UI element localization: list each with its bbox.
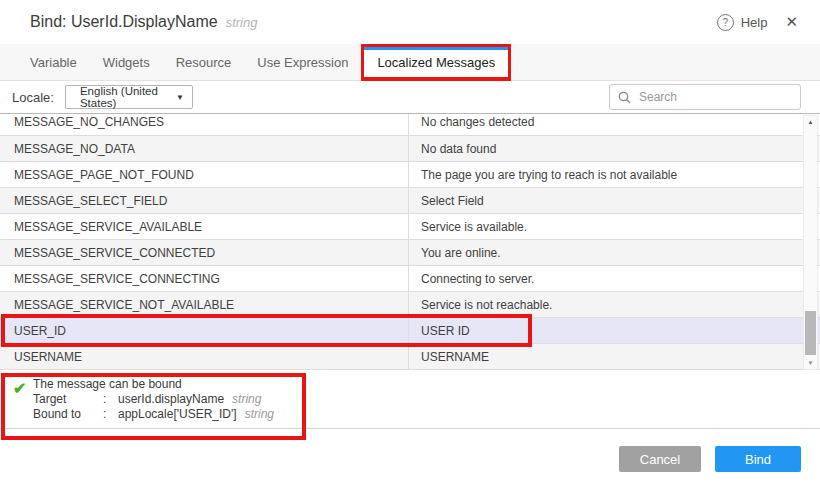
message-key-cell: MESSAGE_SELECT_FIELD xyxy=(0,188,409,213)
binding-info-panel: ✔ The message can be bound Target : user… xyxy=(0,370,820,428)
message-value-cell: No changes detected xyxy=(409,114,820,135)
locale-label: Locale: xyxy=(12,90,54,105)
message-value-cell: Select Field xyxy=(409,188,820,213)
table-row[interactable]: MESSAGE_NO_CHANGES No changes detected xyxy=(0,114,820,136)
message-value-cell: No data found xyxy=(409,136,820,161)
search-box[interactable] xyxy=(609,84,801,110)
chevron-down-icon: ▼ xyxy=(176,93,184,102)
message-value-cell: Service is not reachable. xyxy=(409,292,820,317)
scroll-up-icon[interactable]: ▲ xyxy=(804,119,817,125)
check-icon: ✔ xyxy=(13,379,26,398)
message-value-cell: Connecting to server. xyxy=(409,266,820,291)
table-row[interactable]: USERNAME USERNAME xyxy=(0,344,820,370)
message-key-cell: MESSAGE_SERVICE_NOT_AVAILABLE xyxy=(0,292,409,317)
message-key-cell: MESSAGE_NO_CHANGES xyxy=(0,114,409,135)
message-key-cell: USER_ID xyxy=(0,318,409,343)
close-icon[interactable]: ✕ xyxy=(781,11,802,33)
binding-separator: : xyxy=(103,392,118,407)
message-key-cell: USERNAME xyxy=(0,344,409,369)
tab-widgets[interactable]: Widgets xyxy=(90,44,163,80)
search-input[interactable] xyxy=(637,89,792,105)
tab-resource[interactable]: Resource xyxy=(163,44,245,80)
message-key-cell: MESSAGE_SERVICE_AVAILABLE xyxy=(0,214,409,239)
message-key-cell: MESSAGE_PAGE_NOT_FOUND xyxy=(0,162,409,187)
tab-localized-messages[interactable]: Localized Messages xyxy=(361,44,511,81)
help-icon[interactable]: ? xyxy=(717,14,734,31)
message-key-cell: MESSAGE_SERVICE_CONNECTED xyxy=(0,240,409,265)
table-row[interactable]: MESSAGE_SERVICE_AVAILABLE Service is ava… xyxy=(0,214,820,240)
binding-bound-value: appLocale['USER_ID']string xyxy=(118,407,274,422)
message-value-cell: The page you are trying to reach is not … xyxy=(409,162,820,187)
table-row[interactable]: MESSAGE_SERVICE_NOT_AVAILABLE Service is… xyxy=(0,292,820,318)
binding-bound-type: string xyxy=(245,407,274,421)
dialog-footer: Cancel Bind xyxy=(0,429,820,489)
table-row[interactable]: MESSAGE_NO_DATA No data found xyxy=(0,136,820,162)
table-row[interactable]: MESSAGE_PAGE_NOT_FOUND The page you are … xyxy=(0,162,820,188)
message-key-cell: MESSAGE_SERVICE_CONNECTING xyxy=(0,266,409,291)
table-row[interactable]: MESSAGE_SERVICE_CONNECTED You are online… xyxy=(0,240,820,266)
locale-dropdown[interactable]: English (United States) ▼ xyxy=(65,85,193,109)
bind-button[interactable]: Bind xyxy=(715,446,801,472)
toolbar: Locale: English (United States) ▼ xyxy=(0,81,820,113)
table-scrollbar[interactable]: ▲ ▼ xyxy=(803,115,818,370)
binding-separator: : xyxy=(103,407,118,422)
message-value-cell: Service is available. xyxy=(409,214,820,239)
binding-bound-label: Bound to xyxy=(33,407,103,422)
locale-selected-value: English (United States) xyxy=(80,85,176,109)
scrollbar-thumb[interactable] xyxy=(805,311,816,355)
binding-status-text: The message can be bound xyxy=(33,377,274,392)
dialog-header: Bind: UserId.DisplayName string ? Help ✕ xyxy=(0,0,820,44)
table-row-selected[interactable]: USER_ID USER ID xyxy=(0,318,820,344)
binding-target-value: userId.displayNamestring xyxy=(118,392,274,407)
tab-variable[interactable]: Variable xyxy=(17,44,90,80)
message-value-cell: USERNAME xyxy=(409,344,820,369)
messages-table: MESSAGE_NO_CHANGES No changes detected M… xyxy=(0,113,820,371)
binding-target-label: Target xyxy=(33,392,103,407)
binding-target-type: string xyxy=(232,392,261,406)
scroll-down-icon[interactable]: ▼ xyxy=(804,360,817,366)
message-value-cell: You are online. xyxy=(409,240,820,265)
table-row[interactable]: MESSAGE_SELECT_FIELD Select Field xyxy=(0,188,820,214)
tab-bar: Variable Widgets Resource Use Expression… xyxy=(0,44,820,81)
search-icon xyxy=(618,91,631,104)
page-title: Bind: UserId.DisplayName xyxy=(30,13,218,31)
cancel-button[interactable]: Cancel xyxy=(619,446,701,472)
table-row[interactable]: MESSAGE_SERVICE_CONNECTING Connecting to… xyxy=(0,266,820,292)
message-key-cell: MESSAGE_NO_DATA xyxy=(0,136,409,161)
tab-use-expression[interactable]: Use Expression xyxy=(244,44,361,80)
message-value-cell: USER ID xyxy=(409,318,820,343)
help-link[interactable]: Help xyxy=(741,15,768,30)
binding-details: The message can be bound Target : userId… xyxy=(33,377,274,422)
page-title-type: string xyxy=(226,15,258,30)
header-actions: ? Help ✕ xyxy=(717,11,802,33)
